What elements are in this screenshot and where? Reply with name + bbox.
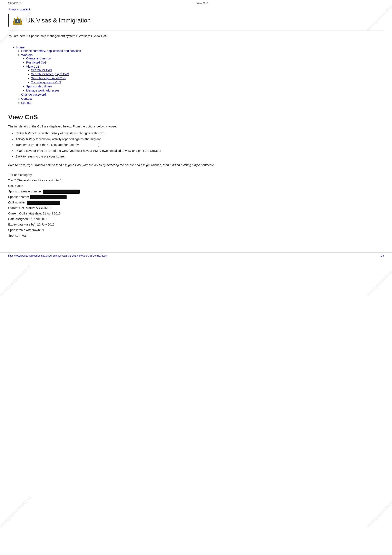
svg-text:⚜: ⚜ — [16, 20, 19, 23]
activity-history-label: Activity history — [15, 137, 35, 141]
options-list: Status history to view the history of an… — [15, 131, 384, 159]
sponsor-name-redacted — [30, 195, 66, 199]
nav-item-search-groups: Search for groups of CoS — [31, 76, 384, 80]
back-label: Back — [15, 155, 22, 158]
detail-sponsorship-withdrawn: Sponsorship withdrawn: N — [8, 227, 384, 233]
main-content: View CoS The full details of the CoS are… — [0, 109, 392, 246]
site-header: ⚜ UK Visas & Immigration — [0, 12, 392, 30]
print-label: Print — [15, 149, 22, 152]
option-status-history: Status history to view the history of an… — [15, 131, 384, 136]
detail-cos-number: CoS number: — [8, 200, 384, 205]
nav-link-view-cos[interactable]: View CoS — [26, 65, 40, 68]
nav-item-view-cos: View CoS Search for CoS Search for batch… — [26, 65, 384, 84]
detail-tier-category-label: Tier and category — [8, 172, 384, 177]
detail-expiry-date: Expiry date (use by): 22 July 2015 — [8, 222, 384, 227]
nav-link-change-password[interactable]: Change password — [21, 93, 46, 96]
detail-sponsor-licence: Sponsor licence number: — [8, 189, 384, 194]
top-page-title: View CoS — [196, 2, 208, 5]
nav-item-contact: Contact — [21, 97, 384, 100]
nav-link-logout[interactable]: Log out — [21, 101, 31, 104]
top-empty — [383, 2, 384, 5]
nav-item-manage-addresses: Manage work addresses — [26, 89, 384, 92]
note-text: Please note, if you want to amend then a… — [8, 163, 384, 168]
nav-item-create: Create and assign — [26, 57, 384, 60]
top-bar: 21/04/2015 View CoS — [0, 0, 392, 6]
option-print: Print to save or print a PDF of the CoS … — [15, 148, 384, 153]
header-border — [8, 14, 9, 27]
nav-link-search-cos[interactable]: Search for CoS — [31, 68, 52, 72]
nav-link-search-batch[interactable]: Search for batch(es) of CoS — [31, 72, 69, 76]
svg-rect-2 — [13, 23, 22, 24]
detail-cos-status-date: Current CoS status date: 21 April 2015 — [8, 211, 384, 216]
detail-cos-status-label: CoS status — [8, 183, 384, 189]
nav-item-restricted-cos: Restricted CoS — [26, 61, 384, 64]
detail-sponsor-note: Sponsor note: — [8, 233, 384, 238]
nav-viewcos-list: Search for CoS Search for batch(es) of C… — [31, 68, 384, 84]
print-text: to save or print a PDF of the CoS (you m… — [23, 149, 161, 152]
breadcrumb-divider — [8, 42, 384, 42]
nav-item-home: Home Licence summary, applications and s… — [16, 45, 384, 104]
nav-item-sponsorship-duties: Sponsorship duties — [26, 85, 384, 88]
nav-link-manage-addresses[interactable]: Manage work addresses — [26, 89, 59, 92]
option-transfer: Transfer to transfer the CoS to another … — [15, 143, 384, 147]
site-nav: Home Licence summary, applications and s… — [0, 44, 392, 109]
nav-link-licence[interactable]: Licence summary, applications and servic… — [21, 49, 81, 52]
ukvi-logo: ⚜ — [12, 15, 23, 26]
nav-link-sponsorship-duties[interactable]: Sponsorship duties — [26, 85, 52, 88]
nav-sublist: Licence summary, applications and servic… — [21, 49, 384, 104]
footer-url[interactable]: https://www.points.homeoffice.gov.uk/gui… — [8, 254, 107, 257]
page-footer: https://www.points.homeoffice.gov.uk/gui… — [0, 252, 392, 259]
nav-item-transfer-group: Transfer group of CoS — [31, 80, 384, 84]
nav-item-licence: Licence summary, applications and servic… — [21, 49, 384, 52]
option-back: Back to return to the previous screen. — [15, 154, 384, 159]
nav-link-contact[interactable]: Contact — [21, 97, 32, 100]
detail-sponsor-name: Sponsor name: — [8, 194, 384, 200]
transfer-text: to transfer the CoS to another user (w )… — [28, 143, 100, 146]
page-title: View CoS — [8, 113, 384, 121]
activity-history-text: to view any activity reported against th… — [36, 137, 102, 141]
transfer-label: Transfer — [15, 143, 27, 146]
nav-item-search-cos: Search for CoS — [31, 68, 384, 72]
nav-link-create[interactable]: Create and assign — [26, 57, 51, 60]
status-history-label: Status history — [15, 131, 34, 135]
nav-list: Home Licence summary, applications and s… — [16, 45, 384, 104]
sponsor-licence-redacted — [43, 190, 80, 194]
back-text: to return to the previous screen. — [23, 155, 66, 158]
nav-item-search-batch: Search for batch(es) of CoS — [31, 72, 384, 76]
nav-link-home[interactable]: Home — [16, 45, 24, 49]
detail-cos-status-value: Current CoS status: ASSIGNED — [8, 205, 384, 211]
nav-workers-list: Create and assign Restricted CoS View Co… — [26, 57, 384, 92]
cos-details: Tier and category Tier 2 (General - New … — [8, 172, 384, 238]
detail-date-assigned: Date assigned: 21 April 2015 — [8, 216, 384, 222]
nav-link-search-groups[interactable]: Search for groups of CoS — [31, 76, 65, 80]
skip-link[interactable]: Jump to content — [0, 6, 392, 12]
intro-text: The full details of the CoS are displaye… — [8, 124, 384, 128]
detail-tier-value: Tier 2 (General - New hires - restricted… — [8, 177, 384, 183]
option-activity-history: Activity history to view any activity re… — [15, 137, 384, 142]
nav-link-transfer-group[interactable]: Transfer group of CoS — [31, 80, 61, 84]
cos-number-redacted — [27, 201, 60, 205]
nav-item-change-password: Change password — [21, 93, 384, 96]
site-title: UK Visas & Immigration — [26, 17, 91, 24]
top-date: 21/04/2015 — [8, 2, 22, 5]
nav-item-logout: Log out — [21, 101, 384, 104]
nav-link-workers[interactable]: Workers — [21, 53, 33, 57]
nav-link-restricted-cos[interactable]: Restricted CoS — [26, 61, 47, 64]
footer-page-number: 1/3 — [380, 254, 384, 257]
status-history-text: to view the history of any status change… — [35, 131, 106, 135]
nav-item-workers: Workers Create and assign Restricted CoS… — [21, 53, 384, 92]
breadcrumb: You are here > Sponsorship management sy… — [0, 30, 392, 40]
